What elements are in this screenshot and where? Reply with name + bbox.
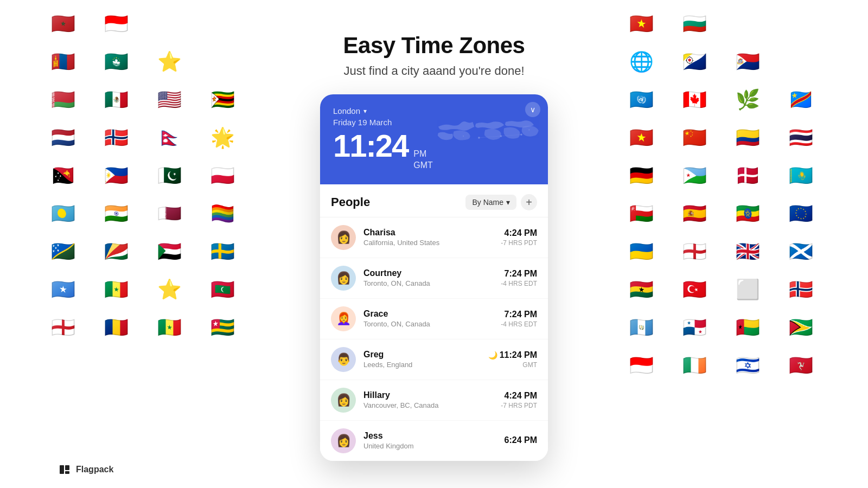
time-display: 11:24 PM GMT [333,130,535,171]
app-subtitle: Just find a city aaand you're done! [343,64,524,78]
person-time: 4:24 PM -7 HRS PDT [501,228,537,247]
people-header: People By Name ▾ + [320,184,548,217]
person-name: Hillary [363,390,493,400]
city-selector[interactable]: London ▾ [333,106,535,115]
person-location: California, United States [363,239,493,247]
person-time: 4:24 PM -7 HRS PDT [501,391,537,409]
person-time: 🌙 11:24 PM GMT [488,350,537,369]
sort-chevron-icon: ▾ [506,198,510,207]
person-row: 👩 Hillary Vancouver, BC, Canada 4:24 PM … [320,380,548,421]
people-controls: By Name ▾ + [465,194,537,210]
date-label: Friday 19 March [333,118,535,127]
avatar: 👩 [331,225,356,250]
person-time-main: 4:24 PM [501,228,537,238]
collapse-button[interactable]: ∨ [525,102,540,117]
person-info: Hillary Vancouver, BC, Canada [363,390,493,409]
person-name: Charisa [363,228,493,237]
main-content: Easy Time Zones Just find a city aaand y… [0,0,868,488]
person-name: Grace [363,309,493,319]
time-ampm-tz: PM GMT [413,149,433,171]
person-time-main: 7:24 PM [501,310,537,319]
person-time-offset: GMT [488,361,537,369]
person-time-main: 7:24 PM [501,269,537,279]
person-info: Courtney Toronto, ON, Canada [363,268,493,287]
person-time: 6:24 PM [505,435,537,446]
person-list: 👩 Charisa California, United States 4:24… [320,217,548,461]
person-name: Courtney [363,268,493,278]
phone-card: London ▾ Friday 19 March 11:24 PM GMT ∨ … [320,94,548,461]
flagpack-logo: Flagpack [59,463,113,476]
svg-rect-9 [65,471,69,474]
person-time-offset: -4 HRS EDT [501,280,537,287]
avatar: 👨 [331,347,356,372]
sort-label: By Name [472,198,503,207]
time-timezone: GMT [413,160,433,171]
flagpack-label: Flagpack [76,465,113,474]
time-big: 11:24 [333,130,408,162]
person-location: Leeds, England [363,361,481,369]
person-name: Greg [363,350,481,359]
person-time-main: 4:24 PM [501,391,537,401]
person-info: Charisa California, United States [363,228,493,247]
person-location: United Kingdom [363,442,497,450]
person-row: 👨 Greg Leeds, England 🌙 11:24 PM GMT [320,339,548,380]
avatar: 👩 [331,266,356,291]
city-name: London [333,106,360,115]
person-info: Jess United Kingdom [363,431,497,450]
person-row: 👩 Jess United Kingdom 6:24 PM [320,421,548,461]
person-time: 7:24 PM -4 HRS EDT [501,269,537,287]
person-location: Vancouver, BC, Canada [363,401,493,409]
person-row: 👩‍🦰 Grace Toronto, ON, Canada 7:24 PM -4… [320,299,548,339]
person-location: Toronto, ON, Canada [363,279,493,287]
people-title: People [331,195,370,209]
person-time-main: 6:24 PM [505,435,537,445]
svg-rect-7 [60,465,64,474]
person-row: 👩 Courtney Toronto, ON, Canada 7:24 PM -… [320,258,548,299]
moon-icon: 🌙 [488,351,497,359]
avatar: 👩 [331,428,356,453]
card-header: London ▾ Friday 19 March 11:24 PM GMT ∨ [320,94,548,184]
person-row: 👩 Charisa California, United States 4:24… [320,217,548,258]
person-time: 7:24 PM -4 HRS EDT [501,310,537,328]
card-body: People By Name ▾ + 👩 Charisa California,… [320,184,548,461]
add-person-button[interactable]: + [521,194,537,210]
person-info: Grace Toronto, ON, Canada [363,309,493,328]
time-ampm: PM [413,149,433,160]
person-location: Toronto, ON, Canada [363,320,493,328]
person-time-offset: -4 HRS EDT [501,320,537,328]
svg-rect-8 [65,465,69,470]
app-title: Easy Time Zones [343,33,525,59]
person-info: Greg Leeds, England [363,350,481,369]
person-time-offset: -7 HRS PDT [501,402,537,409]
chevron-down-icon: ▾ [363,107,367,115]
person-name: Jess [363,431,497,441]
sort-by-name-button[interactable]: By Name ▾ [465,195,516,210]
flagpack-icon [59,463,72,476]
person-time-main: 🌙 11:24 PM [488,350,537,360]
avatar: 👩 [331,388,356,413]
avatar: 👩‍🦰 [331,306,356,331]
person-time-offset: -7 HRS PDT [501,239,537,247]
